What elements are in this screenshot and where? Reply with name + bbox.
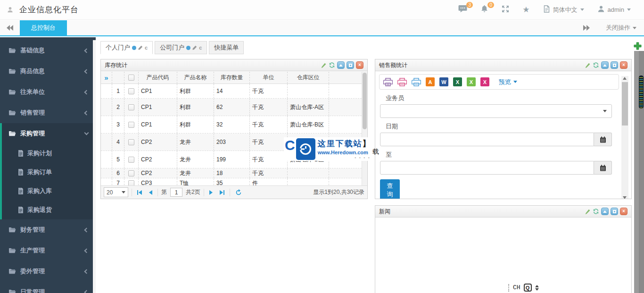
export-excel-icon[interactable]: X [453,77,462,86]
sidebar-item-partners[interactable]: 往来单位 [0,82,96,102]
first-page-button[interactable] [135,190,144,195]
date-from-input[interactable] [380,133,594,146]
sidebar-item-sales-mgmt[interactable]: 销售管理 [0,102,96,123]
column-header[interactable]: 产品名称 [177,72,214,84]
column-header[interactable]: 单位 [250,72,288,84]
row-checkbox[interactable] [128,180,134,186]
export-pdf-icon[interactable]: A [426,77,435,86]
table-row[interactable]: 7 CP3 T恤 35 件 [101,178,362,185]
close-panel-button[interactable]: × [620,208,627,215]
edit-panel-button[interactable] [321,62,327,68]
tab-company-portal[interactable]: 公司门户 c [155,41,207,54]
column-header[interactable]: 库存数量 [214,72,250,84]
column-header[interactable]: 仓库区位 [288,72,329,84]
sidebar-item-outsourcing-mgmt[interactable]: 委外管理 [0,261,96,282]
ime-language-label[interactable]: CH [513,284,520,291]
drag-handle-icon[interactable] [508,284,510,292]
add-portal-button[interactable] [634,42,642,52]
refresh-panel-button[interactable] [593,62,599,68]
query-button[interactable]: 查询 [380,179,400,199]
sidebar-subitem-purchase-plan[interactable]: 采购计划 [2,144,96,163]
language-selector[interactable]: 简体中文 [537,0,591,19]
expand-grid-icon[interactable]: » [104,74,108,82]
page-number-input[interactable] [170,188,182,197]
sidebar-item-product-info[interactable]: 商品信息 [0,61,96,82]
edit-panel-button[interactable] [585,62,591,68]
collapse-tabs-left-button[interactable] [0,20,20,35]
pencil-icon[interactable] [192,45,197,50]
row-checkbox[interactable] [128,139,134,145]
collapse-panel-button[interactable] [337,61,345,69]
salesman-select[interactable] [380,104,612,118]
prev-page-button[interactable] [147,190,154,195]
print-pink-button[interactable] [397,78,407,86]
table-row[interactable]: 1 CP1 利群 14 千克 [101,84,362,99]
messages-button[interactable]: 3 [452,0,474,19]
date-to-input[interactable] [380,161,594,175]
notifications-button[interactable]: 0 [474,0,495,19]
sidebar-subitem-purchase-return[interactable]: 采购退货 [2,201,96,219]
favorites-button[interactable]: ★ [516,0,536,19]
sidebar-subitem-purchase-order[interactable]: 采购订单 [2,163,96,182]
sidebar-item-finance-mgmt[interactable]: 财务管理 [0,219,96,240]
restore-panel-button[interactable] [611,61,618,69]
scrollbar-thumb[interactable] [363,73,367,129]
row-checkbox[interactable] [128,157,134,163]
refresh-mini-icon[interactable]: c [199,45,202,50]
row-checkbox[interactable] [128,104,134,110]
refresh-mini-icon[interactable]: c [145,45,148,50]
restore-panel-button[interactable] [347,61,354,69]
restore-panel-button[interactable] [611,208,618,215]
edit-panel-button[interactable] [585,209,591,215]
sidebar-item-daily-mgmt[interactable]: 日常管理 [0,282,96,293]
scroll-up-icon[interactable] [623,77,627,80]
preview-dropdown[interactable]: 预览 [499,78,517,86]
last-page-button[interactable] [218,190,226,195]
refresh-panel-button[interactable] [329,62,335,68]
refresh-panel-button[interactable] [593,208,599,215]
collapse-panel-button[interactable] [601,208,609,215]
export-word-icon[interactable]: W [439,77,448,86]
table-scrollbar[interactable] [362,72,367,185]
user-menu[interactable]: admin [591,0,637,19]
print-blue-button[interactable] [412,78,421,86]
table-row[interactable]: 3 CP1 利群 32 千克 萧山仓库-B区 [101,116,362,134]
tab-main-console[interactable]: 总控制台 [20,20,67,35]
tab-quick-menu[interactable]: 快捷菜单 [209,41,244,54]
row-checkbox[interactable] [128,88,134,94]
page-scrollbar[interactable] [634,51,644,293]
select-all-checkbox[interactable] [128,75,134,81]
next-page-button[interactable] [207,190,215,195]
scroll-down-icon[interactable] [623,196,627,199]
page-size-select[interactable]: 20 [104,187,128,197]
row-checkbox[interactable] [128,170,134,176]
column-header[interactable]: 产品代码 [139,72,177,84]
export-excel3-icon[interactable]: X [480,77,489,86]
date-picker-button[interactable] [594,133,612,146]
sidebar-item-base-info[interactable]: 基础信息 [0,40,96,61]
row-checkbox[interactable] [128,122,134,128]
table-row[interactable]: 2 CP1 利群 62 千克 萧山仓库-A区 [101,99,362,116]
close-panel-button[interactable]: × [620,61,627,69]
tab-personal-portal[interactable]: 个人门户 c [100,41,153,54]
settings-dot-icon[interactable] [132,46,136,50]
pencil-icon[interactable] [138,45,143,50]
panel-scrollbar[interactable] [621,76,628,199]
close-operations-menu[interactable]: 关闭操作 [606,24,636,32]
fullscreen-button[interactable] [495,0,516,19]
scroll-tabs-right-button[interactable] [583,25,590,31]
close-panel-button[interactable]: × [356,61,363,69]
export-excel2-icon[interactable]: X [467,77,476,86]
sidebar-subitem-purchase-inbound[interactable]: 采购入库 [2,182,96,201]
user-mini-icon[interactable] [7,6,14,13]
ime-options-spinner[interactable] [535,285,539,291]
ime-language-bar[interactable]: CH Q [508,284,539,292]
reload-grid-button[interactable] [233,189,244,196]
ime-keyboard-icon[interactable]: Q [524,284,532,292]
scrollbar-thumb[interactable] [639,75,644,109]
date-picker-button[interactable] [594,161,612,175]
print-button[interactable] [383,78,393,86]
scrollbar-thumb[interactable] [622,82,628,126]
table-row[interactable]: 6 CP2 龙井 18 千克 [101,168,362,178]
sidebar-item-purchase-mgmt[interactable]: 采购管理 [2,123,96,144]
